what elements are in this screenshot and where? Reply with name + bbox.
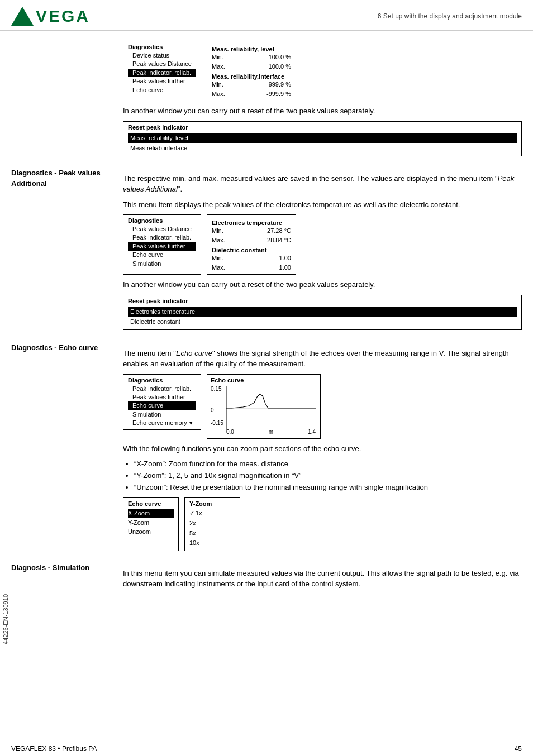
section2-diag-title: Diagnostics	[128, 217, 196, 224]
section1-val-title1: Meas. reliability, level	[212, 46, 291, 52]
section2-min2-row: Min. 1.00	[212, 253, 291, 263]
section3-item-3: Echo curve	[128, 401, 196, 410]
section1-diag-title: Diagnostics	[128, 44, 196, 50]
section1-diag-menu: Diagnostics Device status Peak values Di…	[123, 41, 201, 101]
section3-item-2: Peak values further	[128, 393, 196, 401]
section3-diag-title: Diagnostics	[128, 377, 196, 384]
section2-item-2: Peak indicator, reliab.	[128, 233, 196, 242]
section2-label-line2: Additional	[11, 179, 117, 188]
section3-graph-title: Echo curve	[211, 377, 317, 384]
section3-bullet-1: “X-Zoom”: Zoom function for the meas. di…	[134, 458, 522, 470]
graph-x-left: 0.0	[226, 429, 234, 435]
section3-diag-menu: Diagnostics Peak indicator, reliab. Peak…	[123, 374, 201, 430]
section1-min2-row: Min. 999.9 %	[212, 80, 291, 89]
page-header: VEGA 6 Set up with the display and adjus…	[0, 0, 533, 31]
section1-reset-box: Reset peak indicator Meas. reliability, …	[123, 121, 522, 156]
section1-item-2: Peak values Distance	[128, 60, 196, 68]
section1-reset-item1: Meas. reliability, level	[128, 133, 517, 143]
section1-min1-label: Min.	[212, 52, 223, 62]
graph-x-labels: 0.0 m 1.4	[226, 429, 316, 435]
graph-zero-label: 0	[211, 407, 214, 413]
section2-diag-row: Diagnostics Peak values Distance Peak in…	[123, 214, 522, 275]
section3-bullet-2: “Y-Zoom”: 1, 2, 5 and 10x signal magnifi…	[134, 470, 522, 482]
section1-item-4: Peak values further	[128, 77, 196, 85]
doc-id: 44226-EN-130910	[2, 594, 9, 644]
section1-item-3: Peak indicator, reliab.	[128, 69, 196, 77]
section2-max1-row: Max. 28.84 °C	[212, 236, 291, 245]
section2-para3: In another window you can carry out a re…	[123, 279, 522, 290]
section1-val-title2: Meas. reliability,interface	[212, 73, 291, 80]
section1-min1-value: 100.0 %	[269, 52, 291, 62]
section2-min1-label: Min.	[212, 226, 223, 236]
section2-max1-label: Max.	[212, 236, 225, 245]
section3-echo-item1: X-Zoom	[128, 509, 174, 518]
section3-zoom-2x: 2x	[189, 519, 235, 529]
section3-para2: With the following functions you can zoo…	[123, 443, 522, 454]
graph-y-top-label: 0.15	[211, 386, 221, 392]
section3-bullets: “X-Zoom”: Zoom function for the meas. di…	[134, 458, 522, 493]
section2-min2-value: 1.00	[279, 253, 291, 263]
section3-para1: The menu item "Echo curve" shows the sig…	[123, 348, 522, 370]
section1-min1-row: Min. 100.0 %	[212, 52, 291, 62]
section3-zoom-row: Echo curve X-Zoom Y-Zoom Unzoom Y-Zoom 1…	[123, 497, 522, 551]
section2-italic1: Peak values Additional	[123, 174, 514, 194]
section2-max1-value: 28.84 °C	[267, 236, 291, 245]
section1-reset-title: Reset peak indicator	[128, 124, 517, 131]
section1-item-5: Echo curve	[128, 86, 196, 94]
section1-max2-row: Max. -999.9 %	[212, 89, 291, 99]
section2-max2-label: Max.	[212, 263, 225, 272]
section2-label-line1: Diagnostics - Peak values	[11, 169, 117, 177]
section3-echo-item3: Unzoom	[128, 527, 174, 537]
section2-val-title1: Electronics temperature	[212, 219, 291, 226]
section2-item-4: Echo curve	[128, 251, 196, 259]
section1-reset-item2: Meas.reliab.interface	[128, 143, 517, 154]
section3-echo-item2: Y-Zoom	[128, 518, 174, 528]
graph-y-neg-label: -0.15	[211, 420, 223, 426]
section4-para: In this menu item you can simulate measu…	[123, 568, 522, 590]
section2-item-5: Simulation	[128, 260, 196, 268]
section1-max1-value: 100.0 %	[269, 62, 291, 71]
footer-left: VEGAFLEX 83 • Profibus PA	[11, 745, 97, 753]
section2-diag-menu: Diagnostics Peak values Distance Peak in…	[123, 214, 201, 275]
section3-yzoom-box: Y-Zoom 1x 2x 5x 10x	[184, 497, 240, 551]
section2-reset-box: Reset peak indicator Electronics tempera…	[123, 295, 522, 330]
section2-reset-item1: Electronics temperature	[128, 307, 517, 317]
graph-x-unit: m	[269, 429, 273, 435]
footer-right: 45	[515, 745, 522, 753]
section3-diag-row: Diagnostics Peak indicator, reliab. Peak…	[123, 374, 522, 439]
section3-italic-echo: Echo curve	[176, 349, 212, 357]
section1-max1-label: Max.	[212, 62, 225, 71]
section2-para2: This menu item displays the peak values …	[123, 199, 522, 210]
section2-value-panel: Electronics temperature Min. 27.28 °C Ma…	[207, 214, 296, 275]
section2-min2-label: Min.	[212, 253, 223, 263]
graph-x-right: 1.4	[308, 429, 316, 435]
section3-item-5: Echo curve memory	[128, 419, 196, 427]
section3-label: Diagnostics - Echo curve	[11, 343, 117, 352]
section2-val-title2: Dielectric constant	[212, 247, 291, 253]
section4-label: Diagnosis - Simulation	[11, 563, 117, 572]
section2-max2-row: Max. 1.00	[212, 263, 291, 272]
section2-reset-title: Reset peak indicator	[128, 298, 517, 304]
header-title: 6 Set up with the display and adjustment…	[378, 7, 522, 20]
section1-diag-row: Diagnostics Device status Peak values Di…	[123, 41, 522, 101]
page-footer: VEGAFLEX 83 • Profibus PA 45	[0, 741, 533, 756]
section3-item-4: Simulation	[128, 410, 196, 419]
section3-zoom-10x: 10x	[189, 538, 235, 548]
section3-zoom-1x: 1x	[189, 509, 235, 519]
section3-echo-box: Echo curve X-Zoom Y-Zoom Unzoom	[123, 497, 179, 551]
section3-bullet-3: “Unzoom”: Reset the presentation to the …	[134, 482, 522, 494]
section1-min2-value: 999.9 %	[269, 80, 291, 89]
section3-graph-panel: Echo curve 0.15 0 -0.15 0.0	[207, 374, 321, 439]
section1-max2-label: Max.	[212, 89, 225, 99]
logo-triangle-icon	[11, 7, 34, 26]
section1-max2-value: -999.9 %	[266, 89, 291, 99]
section2-item-1: Peak values Distance	[128, 225, 196, 233]
section2-min1-row: Min. 27.28 °C	[212, 226, 291, 236]
section2-max2-value: 1.00	[279, 263, 291, 272]
section3-yzoom-title: Y-Zoom	[189, 500, 235, 507]
section3-echo-title: Echo curve	[128, 500, 174, 507]
section3-item-1: Peak indicator, reliab.	[128, 385, 196, 393]
section3-zoom-5x: 5x	[189, 529, 235, 539]
logo-text: VEGA	[36, 7, 90, 26]
section2-item-3: Peak values further	[128, 242, 196, 251]
